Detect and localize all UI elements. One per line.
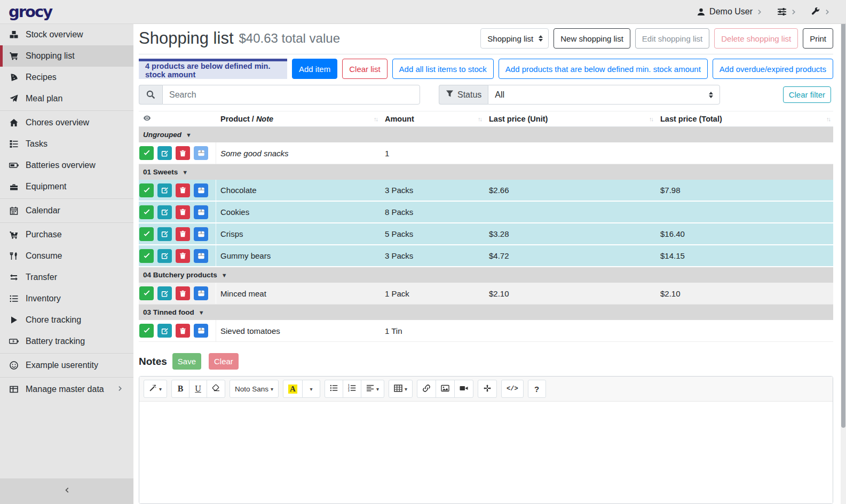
- sidebar-item-example-userentity[interactable]: Example userentity: [0, 355, 133, 376]
- mark-done-button[interactable]: [139, 146, 154, 160]
- add-all-to-stock-button[interactable]: Add all list items to stock: [392, 59, 494, 79]
- edit-item-button[interactable]: [157, 286, 172, 300]
- insert-link-button[interactable]: [417, 380, 436, 398]
- mark-done-button[interactable]: [139, 205, 154, 219]
- edit-item-button[interactable]: [157, 324, 172, 338]
- shopping-list-select[interactable]: Shopping list: [480, 28, 549, 49]
- status-filter-select[interactable]: All: [488, 85, 720, 105]
- delete-shopping-list-button[interactable]: Delete shopping list: [714, 28, 798, 49]
- font-color-dropdown-button[interactable]: ▾: [302, 380, 320, 398]
- admin-menu[interactable]: [811, 7, 831, 17]
- edit-item-button[interactable]: [157, 146, 172, 160]
- group-header-row[interactable]: 03 Tinned food▼: [139, 305, 833, 320]
- product-detail-button[interactable]: [194, 249, 208, 263]
- mark-done-button[interactable]: [139, 183, 154, 197]
- chevron-right-icon: [756, 9, 763, 15]
- sidebar-item-meal-plan[interactable]: Meal plan: [0, 88, 133, 109]
- sidebar-item-batteries-overview[interactable]: Batteries overview: [0, 155, 133, 176]
- new-shopping-list-button[interactable]: New shopping list: [554, 28, 630, 49]
- delete-item-button[interactable]: [176, 324, 190, 338]
- sidebar-item-chores-overview[interactable]: Chores overview: [0, 112, 133, 133]
- column-header-amount[interactable]: Amount ↑↓: [381, 111, 485, 126]
- unordered-list-button[interactable]: [325, 380, 343, 398]
- clear-formatting-button[interactable]: [207, 380, 225, 398]
- add-item-button[interactable]: Add item: [292, 59, 337, 79]
- product-detail-button[interactable]: [194, 205, 208, 219]
- check-icon: [143, 187, 151, 194]
- product-detail-button[interactable]: [194, 227, 208, 241]
- code-view-button[interactable]: </>: [501, 380, 524, 398]
- sidebar-item-chore-tracking[interactable]: Chore tracking: [0, 309, 133, 331]
- toggle-done-items-header[interactable]: [139, 111, 216, 126]
- print-button[interactable]: Print: [803, 28, 833, 49]
- sidebar-item-battery-tracking[interactable]: Battery tracking: [0, 331, 133, 352]
- column-header-last-price-total[interactable]: Last price (Total) ↑↓: [656, 111, 833, 126]
- product-detail-button[interactable]: [194, 324, 208, 338]
- delete-item-button[interactable]: [176, 249, 190, 263]
- sidebar-item-manage-master-data[interactable]: Manage master data: [0, 379, 133, 400]
- notes-clear-button[interactable]: Clear: [209, 353, 239, 370]
- add-overdue-button[interactable]: Add overdue/expired products: [713, 59, 833, 79]
- product-detail-button[interactable]: [194, 146, 208, 160]
- mark-done-button[interactable]: [139, 324, 154, 338]
- sidebar-item-stock-overview[interactable]: Stock overview: [0, 24, 133, 45]
- group-header-row[interactable]: Ungrouped▼: [139, 127, 833, 142]
- mark-done-button[interactable]: [139, 227, 154, 241]
- edit-item-button[interactable]: [157, 205, 172, 219]
- add-below-min-button[interactable]: Add products that are below defined min.…: [499, 59, 708, 79]
- edit-item-button[interactable]: [157, 227, 172, 241]
- clear-filter-button[interactable]: Clear filter: [783, 86, 831, 103]
- sidebar-item-label: Chores overview: [26, 118, 89, 127]
- delete-item-button[interactable]: [176, 286, 190, 300]
- ordered-list-button[interactable]: 123: [343, 380, 361, 398]
- sidebar-item-shopping-list[interactable]: Shopping list: [0, 45, 133, 67]
- sidebar-item-label: Meal plan: [26, 94, 62, 103]
- clear-list-button[interactable]: Clear list: [342, 59, 387, 79]
- scrollbar-thumb[interactable]: [841, 1, 845, 428]
- page-scrollbar[interactable]: [841, 0, 846, 504]
- style-magic-button[interactable]: ▾: [144, 380, 167, 398]
- group-header-row[interactable]: 01 Sweets▼: [139, 164, 833, 180]
- font-color-button[interactable]: A: [283, 380, 303, 398]
- user-menu[interactable]: Demo User: [697, 7, 763, 17]
- search-input[interactable]: [162, 85, 420, 105]
- sidebar-item-purchase[interactable]: Purchase: [0, 224, 133, 245]
- settings-menu[interactable]: [777, 7, 797, 17]
- exchange-icon: [8, 273, 20, 282]
- group-header-row[interactable]: 04 Butchery products▼: [139, 267, 833, 283]
- sidebar-item-consume[interactable]: Consume: [0, 245, 133, 267]
- mark-done-button[interactable]: [139, 286, 154, 300]
- edit-shopping-list-button[interactable]: Edit shopping list: [635, 28, 709, 49]
- trash-icon: [179, 290, 186, 297]
- delete-item-button[interactable]: [176, 183, 190, 197]
- column-header-last-price-unit[interactable]: Last price (Unit) ↑↓: [485, 111, 656, 126]
- edit-item-button[interactable]: [157, 249, 172, 263]
- fullscreen-button[interactable]: [478, 380, 497, 398]
- sidebar-item-transfer[interactable]: Transfer: [0, 267, 133, 288]
- font-family-button[interactable]: Noto Sans▾: [230, 380, 279, 398]
- help-button[interactable]: ?: [528, 380, 546, 398]
- column-header-product[interactable]: Product / Note ↑↓: [216, 111, 381, 126]
- underline-button[interactable]: U: [189, 380, 207, 398]
- mark-done-button[interactable]: [139, 249, 154, 263]
- sidebar-item-equipment[interactable]: Equipment: [0, 176, 133, 197]
- edit-item-button[interactable]: [157, 183, 172, 197]
- sidebar-item-recipes[interactable]: Recipes: [0, 67, 133, 88]
- sidebar-item-inventory[interactable]: Inventory: [0, 288, 133, 309]
- min-stock-alert: 4 products are below defined min. stock …: [139, 59, 287, 79]
- paragraph-align-button[interactable]: ▾: [361, 380, 384, 398]
- delete-item-button[interactable]: [176, 227, 190, 241]
- notes-save-button[interactable]: Save: [172, 353, 201, 370]
- notes-editor-textarea[interactable]: [139, 402, 833, 504]
- product-detail-button[interactable]: [194, 286, 208, 300]
- bold-button[interactable]: B: [171, 380, 189, 398]
- insert-table-button[interactable]: ▾: [389, 380, 413, 398]
- delete-item-button[interactable]: [176, 205, 190, 219]
- product-detail-button[interactable]: [194, 183, 208, 197]
- sidebar-item-calendar[interactable]: Calendar: [0, 200, 133, 221]
- delete-item-button[interactable]: [176, 146, 190, 160]
- insert-picture-button[interactable]: [436, 380, 455, 398]
- insert-video-button[interactable]: [454, 380, 473, 398]
- sidebar-collapse-button[interactable]: [0, 478, 133, 504]
- sidebar-item-tasks[interactable]: Tasks: [0, 133, 133, 155]
